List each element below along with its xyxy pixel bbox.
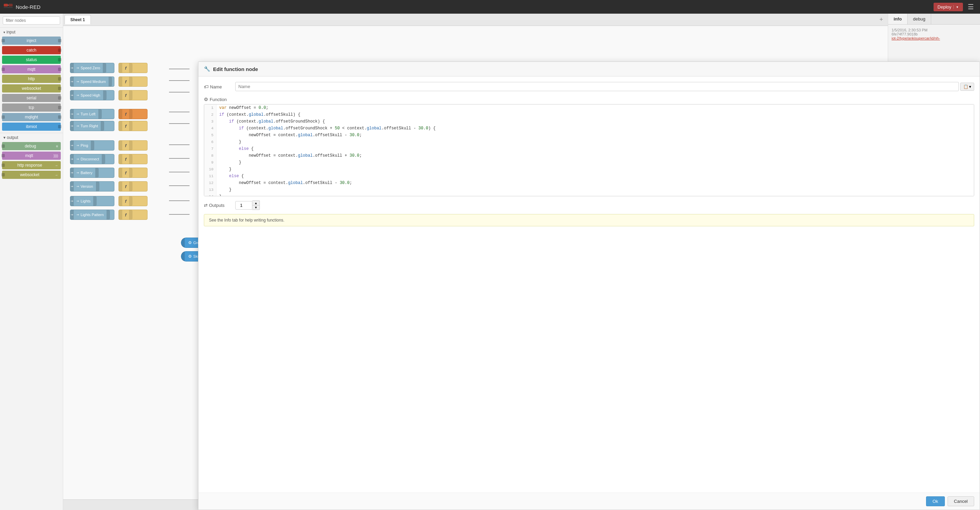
outputs-label: ⇄ Outputs xyxy=(204,203,231,208)
port-left-icon xyxy=(2,164,5,167)
ping-label: Ping xyxy=(81,143,88,148)
sidebar-item-websocket-out[interactable]: websocket → xyxy=(2,171,61,179)
logo-icon xyxy=(3,3,13,10)
port-right-icon xyxy=(129,154,132,164)
code-line-6: 6 } xyxy=(204,138,974,145)
output-section-label[interactable]: ▾ output xyxy=(0,133,63,141)
flow-node-disconnect-input[interactable]: ⇒ ⇒Disconnect xyxy=(70,154,115,164)
sidebar-item-mqlight[interactable]: mqlight xyxy=(2,113,61,121)
cancel-button[interactable]: Cancel xyxy=(948,496,974,506)
port-right-icon xyxy=(58,115,62,119)
code-line-8: 8 newOffset = context.global.offsetSkull… xyxy=(204,152,974,159)
tab-debug[interactable]: debug xyxy=(908,14,931,24)
sidebar-item-websocket[interactable]: websocket xyxy=(2,84,61,92)
input-node-list: inject catch status mqtt http websoc xyxy=(0,36,63,132)
func-node-3[interactable]: f xyxy=(118,90,148,100)
sidebar-item-status[interactable]: status xyxy=(2,56,61,64)
ok-button[interactable]: Ok xyxy=(926,496,945,506)
flow-node-battery-input[interactable]: ⇒ ⇒Battery xyxy=(70,168,115,178)
outputs-input[interactable] xyxy=(235,201,252,210)
flow-node-turn-left-input[interactable]: ⇒ ⇒Turn Left xyxy=(70,109,115,119)
modal-header: 🔧 Edit function node xyxy=(198,62,980,76)
canvas-tabs: Sheet 1 + xyxy=(63,14,888,26)
mqtt-signal-icon: )))) xyxy=(54,154,58,158)
sidebar-item-debug[interactable]: debug ≡ xyxy=(2,142,61,150)
gear-icon: ⚙ xyxy=(188,254,192,259)
hamburger-icon[interactable]: ☰ xyxy=(965,2,977,12)
code-line-12: 12 newOffset = context.global.offsetSkul… xyxy=(204,180,974,186)
spin-down-button[interactable]: ▼ xyxy=(252,205,260,210)
func-node-6[interactable]: f xyxy=(118,140,148,151)
output-chevron-icon: ▾ xyxy=(3,135,5,140)
port-left-icon xyxy=(119,77,122,86)
func-node-11[interactable]: f xyxy=(118,210,148,220)
sheet-1-tab[interactable]: Sheet 1 xyxy=(65,15,91,24)
code-line-2: 2 if (context.global.offsetSkull) { xyxy=(204,111,974,118)
func-node-9[interactable]: f xyxy=(118,181,148,192)
topbar: Node-RED Deploy ▾ ☰ xyxy=(0,0,980,14)
func-node-2[interactable]: f xyxy=(118,76,148,87)
port-right-icon xyxy=(58,96,62,100)
battery-label: Battery xyxy=(81,171,92,175)
port-left-icon: ⇒ xyxy=(70,168,74,178)
port-left-icon xyxy=(2,115,5,119)
name-input[interactable] xyxy=(235,82,959,91)
spin-up-button[interactable]: ▲ xyxy=(252,200,260,205)
func-node-4-active[interactable]: f xyxy=(118,109,148,119)
edit-function-modal[interactable]: 🔧 Edit function node 🏷 Name 📋 ▾ xyxy=(198,62,980,510)
flow-node-lights-pattern-input[interactable]: ⇒ ⇒Lights Pattern xyxy=(70,210,115,220)
sidebar-item-catch[interactable]: catch xyxy=(2,46,61,54)
speed-medium-label: Speed Medium xyxy=(81,79,106,84)
port-right-icon xyxy=(102,154,105,164)
func-node-8[interactable]: f xyxy=(118,168,148,178)
code-line-14: 14 } xyxy=(204,193,974,196)
port-right-icon xyxy=(129,141,132,150)
info-id: 6fe74f77.9018b xyxy=(892,32,977,36)
sidebar-item-mqtt-out[interactable]: mqtt )))) xyxy=(2,152,61,160)
sidebar-item-inject[interactable]: inject xyxy=(2,37,61,45)
sidebar-item-mqtt[interactable]: mqtt xyxy=(2,65,61,73)
input-section-label[interactable]: ▾ input xyxy=(0,28,63,36)
function-icon: f xyxy=(125,212,126,218)
sidebar-item-ibmiot[interactable]: ibmiot xyxy=(2,122,61,131)
flow-node-lights-input[interactable]: ⇒ ⇒Lights xyxy=(70,196,115,206)
version-label: Version xyxy=(81,184,93,188)
code-editor[interactable]: 1 var newOffset = 0.0; 2 if (context.glo… xyxy=(204,104,974,196)
func-node-5[interactable]: f xyxy=(118,121,148,131)
spinner-buttons: ▲ ▼ xyxy=(252,200,260,210)
filter-input[interactable] xyxy=(3,16,60,25)
flow-node-turn-right-input[interactable]: ⇒ ⇒Turn Right xyxy=(70,121,115,131)
port-right-icon xyxy=(58,125,62,128)
port-right-icon xyxy=(58,48,62,52)
topbar-left: Node-RED xyxy=(3,3,41,10)
info-link[interactable]: iot-2/type/ankisupercar/id/nh- xyxy=(892,36,977,40)
flow-node-speed-high-input[interactable]: ⇒ ⇒Speed High xyxy=(70,90,115,100)
func-node-10[interactable]: f xyxy=(118,196,148,206)
function-icon: f xyxy=(125,143,126,148)
flow-node-speed-zero-input[interactable]: ⇒ ⇒Speed Zero xyxy=(70,63,115,73)
speed-high-label: Speed High xyxy=(81,93,100,97)
port-right-icon xyxy=(58,77,62,81)
deploy-button[interactable]: Deploy ▾ xyxy=(934,3,963,11)
arrow-icon: ⇒ xyxy=(76,157,79,161)
port-left-icon xyxy=(181,252,185,261)
add-tab-button[interactable]: + xyxy=(876,15,886,25)
sidebar-item-http[interactable]: http xyxy=(2,75,61,83)
mqtt-label: mqtt xyxy=(5,67,58,71)
sidebar-item-serial[interactable]: serial xyxy=(2,94,61,102)
name-type-button[interactable]: 📋 ▾ xyxy=(960,83,974,91)
sidebar-item-tcp[interactable]: tcp xyxy=(2,103,61,112)
code-line-7: 7 else { xyxy=(204,145,974,152)
flow-node-ping-input[interactable]: ⇒ ⇒Ping xyxy=(70,140,115,151)
flow-node-speed-medium-input[interactable]: ⇒ ⇒Speed Medium xyxy=(70,76,115,87)
lights-label: Lights xyxy=(81,199,91,203)
func-node-1[interactable]: f xyxy=(118,63,148,73)
outputs-spinner: ▲ ▼ xyxy=(235,200,260,210)
modal-footer: Ok Cancel xyxy=(198,493,980,510)
tab-info[interactable]: info xyxy=(888,14,908,24)
sidebar-item-http-response[interactable]: http response → xyxy=(2,161,61,169)
info-timestamp: 1/5/2016, 2:30:53 PM xyxy=(892,28,977,32)
deploy-arrow-icon[interactable]: ▾ xyxy=(953,5,958,9)
func-node-7[interactable]: f xyxy=(118,154,148,164)
flow-node-version-input[interactable]: ⇒ ⇒Version xyxy=(70,181,115,192)
